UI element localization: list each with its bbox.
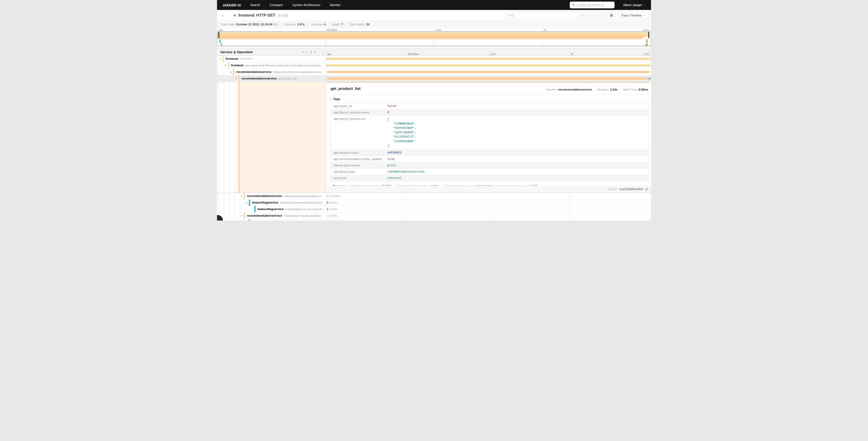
timeline-ruler: 0μs 666.89ms 1.33s 2s 2.67s bbox=[326, 48, 651, 56]
span-name-cell[interactable]: ∨ productcatalogservice bbox=[217, 219, 326, 220]
span-detail-panel: get_product_list Service: recommendation… bbox=[326, 82, 651, 193]
span-timeline-cell: 2.62s bbox=[326, 76, 651, 82]
span-bar[interactable] bbox=[326, 64, 650, 66]
service-color-bar bbox=[249, 200, 250, 206]
chevron-down-icon[interactable]: ∨ bbox=[235, 76, 237, 82]
services-label: Services bbox=[311, 23, 322, 26]
span-timeline-cell: 3.68ms bbox=[326, 200, 651, 206]
depth-value: 7 bbox=[341, 23, 343, 26]
tag-key: app.cache_hit bbox=[331, 103, 388, 109]
tag-row: app.recommendation.cache_enabled true bbox=[331, 156, 649, 162]
ruler-tick-2: 1.33s bbox=[490, 53, 496, 56]
chevron-down-icon[interactable]: ∨ bbox=[246, 200, 248, 206]
tag-key: otel.library.name bbox=[331, 169, 388, 175]
span-bar[interactable] bbox=[326, 58, 651, 60]
span-name-cell[interactable]: ∨ recommendationservice/hipstershop.Feat… bbox=[217, 193, 326, 199]
span-name-cell[interactable]: ∨ frontendgrpc.hipstershop.Recommendatio… bbox=[217, 62, 326, 68]
service-name: recommendationservice bbox=[247, 194, 282, 198]
chevron-down-icon[interactable]: ∨ bbox=[230, 69, 232, 75]
span-row-featureflagservice-repo-query: featureflagservicefeatureflagservice.rep… bbox=[217, 206, 651, 212]
app-logo[interactable]: JAEGER UI bbox=[222, 3, 241, 7]
minimap-right-drag-handle[interactable] bbox=[648, 32, 649, 38]
span-bar[interactable] bbox=[327, 71, 650, 73]
span-timeline-cell: 1.04ms bbox=[326, 212, 651, 219]
span-name-cell[interactable]: ∨ featureflagservice/hipstershop.Feature… bbox=[217, 200, 326, 206]
collapse-all-icon[interactable]: ∨∨ bbox=[310, 51, 312, 53]
nav-item-compare[interactable]: Compare bbox=[270, 3, 283, 7]
copy-link-icon[interactable] bbox=[645, 188, 648, 191]
tag-value: true bbox=[388, 156, 394, 162]
span-name-cell[interactable]: ∨ recommendationserviceget_product_list bbox=[217, 76, 326, 82]
column-resize-handle[interactable]: ∥ bbox=[322, 52, 324, 54]
duration-label: Duration bbox=[285, 23, 296, 26]
top-nav: JAEGER UI Search Compare System Architec… bbox=[217, 0, 651, 10]
chevron-down-icon: ∨ bbox=[644, 4, 645, 6]
focus-match-icon[interactable]: ◎ bbox=[581, 14, 584, 17]
span-bar[interactable] bbox=[327, 208, 328, 210]
nav-item-search[interactable]: Search bbox=[250, 3, 260, 7]
keyboard-shortcuts-button[interactable]: ⌘ bbox=[607, 12, 616, 19]
list-item: "66VCHSJNUP", bbox=[388, 126, 416, 130]
services-value: 4 bbox=[324, 23, 326, 26]
span-name-cell[interactable]: ∨ recommendationservice/hipstershop.Prod… bbox=[217, 212, 326, 219]
tag-row: otel.library.name recommendationservice bbox=[331, 169, 649, 175]
minimap-left-drag-handle[interactable] bbox=[218, 32, 219, 38]
span-detail-left-gutter bbox=[217, 82, 326, 193]
span-name-cell[interactable]: ∨ frontendHTTP GET bbox=[217, 56, 326, 62]
span-row-frontend-listrecommendations: ∨ frontendgrpc.hipstershop.Recommendatio… bbox=[217, 62, 651, 69]
clear-find-icon[interactable]: × bbox=[599, 14, 601, 17]
service-name: frontend bbox=[226, 57, 238, 60]
tag-value: proto bbox=[388, 162, 396, 169]
trace-view-dropdown[interactable]: Trace Timeline ∨ bbox=[618, 12, 648, 19]
about-jaeger-menu[interactable]: About Jaeger ∨ bbox=[623, 3, 645, 7]
trace-start-ms: .543 bbox=[273, 23, 278, 26]
span-name-cell[interactable]: ∨ recommendationservice/hipstershop.Reco… bbox=[217, 69, 326, 75]
chevron-down-icon[interactable]: ∨ bbox=[246, 219, 248, 220]
find-box: ◎ ∧ ∨ × bbox=[505, 12, 605, 19]
minimap-span-end-5 bbox=[645, 45, 646, 46]
service-name: frontend bbox=[231, 64, 244, 67]
spanid-label: SpanID: bbox=[608, 188, 618, 191]
tags-table: app.cache_hit false app.filtered_product… bbox=[331, 103, 649, 181]
tags-section-toggle[interactable]: ∨Tags bbox=[330, 97, 651, 101]
span-bar[interactable] bbox=[327, 215, 328, 217]
collapse-trace-chevron-icon[interactable]: ∨ bbox=[233, 13, 236, 18]
collapse-one-icon[interactable]: ∨ bbox=[302, 50, 304, 54]
span-bar[interactable] bbox=[327, 78, 647, 80]
column-divider[interactable] bbox=[326, 48, 326, 220]
chevron-down-icon[interactable]: ∨ bbox=[241, 212, 242, 219]
prev-match-icon[interactable]: ∧ bbox=[588, 14, 590, 17]
expand-one-icon[interactable]: › bbox=[306, 50, 307, 54]
expand-all-icon[interactable]: » bbox=[314, 50, 316, 54]
minimap-canvas[interactable] bbox=[217, 31, 651, 46]
span-duration-label: 1.04ms bbox=[329, 212, 337, 219]
chevron-down-icon[interactable]: ∨ bbox=[219, 56, 221, 62]
find-input[interactable] bbox=[506, 12, 577, 19]
tag-value-list: [ "1YMWWN1N4O", "66VCHSJNUP", "2ZYFJ3GM2… bbox=[388, 116, 416, 149]
back-button[interactable]: ← bbox=[217, 10, 229, 21]
span-name-cell[interactable]: featureflagservicefeatureflagservice.rep… bbox=[217, 206, 326, 212]
ruler-tick-line bbox=[407, 48, 407, 56]
chevron-down-icon[interactable]: ∨ bbox=[224, 62, 226, 68]
operation-name: featureflagservice.repo.query:fe... bbox=[285, 208, 324, 210]
chevron-down-icon: ∨ bbox=[330, 98, 332, 100]
span-timeline-cell bbox=[326, 69, 651, 75]
trace-id-lookup[interactable] bbox=[570, 2, 615, 8]
operation-name: /hipstershop.FeatureFlagService/Ge... bbox=[280, 201, 324, 204]
span-timeline-cell bbox=[326, 56, 651, 62]
minimap-tick-4: 2.67s bbox=[643, 29, 649, 31]
trace-id-lookup-input[interactable] bbox=[577, 3, 611, 7]
service-value: recommendationservice bbox=[558, 88, 592, 91]
trace-meta-bar: Trace Start October 22 2022, 22:10:09 .5… bbox=[217, 21, 651, 28]
span-bar[interactable] bbox=[327, 195, 329, 197]
span-detail-header: get_product_list Service: recommendation… bbox=[326, 82, 651, 91]
nav-item-monitor[interactable]: Monitor bbox=[330, 3, 341, 7]
spanid-footer: SpanID: 1ca2262df0e18447 bbox=[326, 186, 651, 193]
nav-item-system-architecture[interactable]: System Architecture bbox=[292, 3, 321, 7]
ruler-tick-3: 2s bbox=[571, 53, 574, 56]
chevron-down-icon[interactable]: ∨ bbox=[241, 193, 242, 199]
spanid-value: 1ca2262df0e18447 bbox=[619, 188, 643, 191]
next-match-icon[interactable]: ∨ bbox=[593, 14, 596, 17]
operation-name: /hipstershop.RecommendationService/Lis..… bbox=[273, 70, 323, 74]
span-bar[interactable] bbox=[327, 202, 328, 204]
